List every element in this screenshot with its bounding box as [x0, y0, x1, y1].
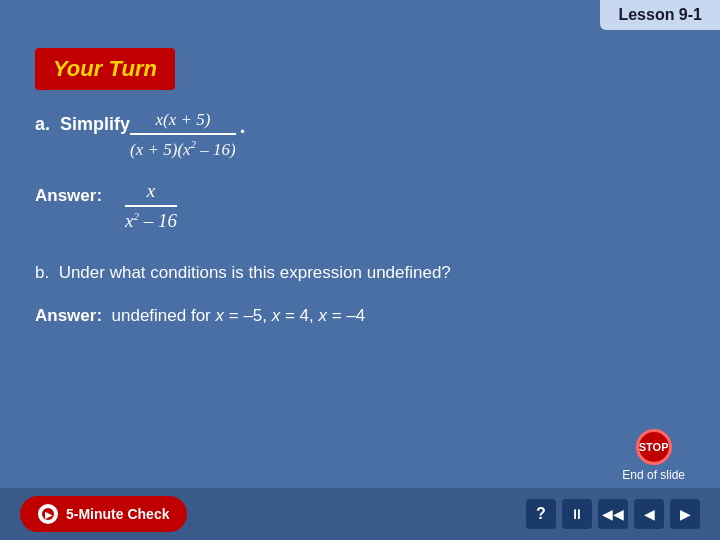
- answer-section-a: Answer: x x2 – 16: [35, 180, 685, 232]
- prev-prev-button[interactable]: ◀◀: [598, 499, 628, 529]
- answer-frac-num: x: [147, 180, 155, 204]
- check-icon: ▶: [38, 504, 58, 524]
- answer-b-text: undefined for x = –5, x = 4, x = –4: [107, 306, 366, 325]
- section-b: b. Under what conditions is this express…: [35, 260, 685, 286]
- period: .: [240, 113, 246, 157]
- end-of-slide: STOP End of slide: [622, 429, 685, 482]
- answer-frac-den: x2 – 16: [125, 208, 177, 232]
- main-content: a. Simplify x(x + 5) (x + 5)(x2 – 16) . …: [35, 110, 685, 329]
- five-minute-check-button[interactable]: ▶ 5-Minute Check: [20, 496, 187, 532]
- answer-section-b: Answer: undefined for x = –5, x = 4, x =…: [35, 303, 685, 329]
- section-a: a. Simplify x(x + 5) (x + 5)(x2 – 16) .: [35, 110, 685, 160]
- answer-fraction-line: [125, 205, 177, 207]
- svg-text:▶: ▶: [45, 510, 53, 520]
- answer-a-label: Answer:: [35, 180, 125, 206]
- your-turn-badge: Your Turn: [35, 48, 175, 90]
- nav-buttons: ? ⏸ ◀◀ ◀ ▶: [526, 499, 700, 529]
- fraction-line: [130, 133, 236, 135]
- end-of-slide-label: End of slide: [622, 468, 685, 482]
- frac-numerator: x(x + 5): [155, 110, 210, 132]
- section-b-text: b. Under what conditions is this express…: [35, 260, 685, 286]
- section-a-label: a. Simplify: [35, 110, 130, 135]
- stop-icon: STOP: [636, 429, 672, 465]
- simplify-fraction: x(x + 5) (x + 5)(x2 – 16): [130, 110, 236, 160]
- next-button[interactable]: ▶: [670, 499, 700, 529]
- prev-button[interactable]: ◀: [634, 499, 664, 529]
- answer-b-label: Answer:: [35, 306, 102, 325]
- answer-a-fraction: x x2 – 16: [125, 180, 177, 232]
- frac-denominator: (x + 5)(x2 – 16): [130, 136, 236, 160]
- bottom-bar: ▶ 5-Minute Check ? ⏸ ◀◀ ◀ ▶: [0, 488, 720, 540]
- question-button[interactable]: ?: [526, 499, 556, 529]
- pause-button[interactable]: ⏸: [562, 499, 592, 529]
- lesson-label: Lesson 9-1: [600, 0, 720, 30]
- simplify-fraction-row: x(x + 5) (x + 5)(x2 – 16) .: [130, 110, 245, 160]
